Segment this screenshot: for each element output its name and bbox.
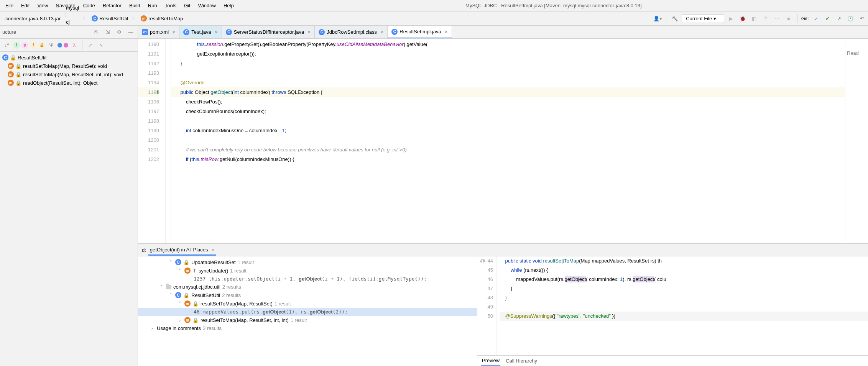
lock-icon: 🔒 (15, 72, 21, 77)
find-result-row[interactable]: ˅C🔒UpdatableResultSet 1 result (138, 258, 477, 266)
close-icon[interactable]: × (445, 29, 448, 35)
filter-interface-icon[interactable]: I (13, 42, 20, 49)
run-config-select[interactable]: Current File ▾ (682, 14, 724, 23)
run-icon[interactable]: ▶ (727, 14, 736, 23)
find-result-row[interactable]: ˅C🔒ResultSetUtil 2 results (138, 291, 477, 299)
structure-title: ucture (2, 29, 89, 35)
find-result-row[interactable]: ˅m⬆syncUpdate() 1 result (138, 266, 477, 275)
filter-field-icon[interactable]: f (30, 42, 37, 49)
find-result-row[interactable]: 1237 this.updater.setObject(i + 1, getOb… (138, 275, 477, 283)
find-result-row[interactable]: ˅com.mysql.cj.jdbc.util 2 results (138, 283, 477, 291)
structure-tool-window: ucture ⇱ ⇲ ⚙ — ↓ᴬ I p f 🔒 Ψ λ ⤢ ⤡ C 🔒 Re… (0, 26, 138, 366)
filter-blue-icon[interactable] (58, 43, 62, 48)
git-push-icon[interactable]: ↗ (834, 14, 843, 23)
filter-anon-icon[interactable]: λ (70, 41, 79, 50)
method-icon: m (184, 268, 191, 274)
close-icon[interactable]: × (172, 29, 175, 35)
override-icon: ⬆ (192, 268, 197, 274)
structure-member[interactable]: m🔒resultSetToMap(Map, ResultSet): void (0, 62, 138, 70)
method-icon: m (184, 317, 191, 323)
structure-member[interactable]: m🔒resultSetToMap(Map, ResultSet, int, in… (0, 70, 138, 79)
git-commit-icon[interactable]: ✔ (823, 14, 832, 23)
editor-gutter[interactable]: 119011911192119311941195 ⬆11961197119811… (138, 39, 166, 243)
structure-tree[interactable]: C 🔒 ResultSetUtil m🔒resultSetToMap(Map, … (0, 52, 138, 366)
lock-icon: 🔒 (183, 292, 189, 298)
filter-private-icon[interactable]: 🔒 (38, 42, 45, 49)
attach-icon[interactable]: ⋯ (773, 14, 782, 23)
close-icon[interactable]: × (215, 29, 218, 35)
editor-tab[interactable]: mpom.xml× (138, 26, 179, 38)
git-rollback-icon[interactable]: ↶ (857, 14, 866, 23)
git-history-icon[interactable]: 🕑 (846, 14, 855, 23)
preview-tab-preview[interactable]: Preview (481, 356, 500, 366)
git-label: Git: (801, 16, 809, 21)
find-result-row[interactable]: ›Usage in comments 3 results (138, 324, 477, 332)
lock-icon: 🔒 (183, 259, 189, 265)
method-icon: m (184, 300, 191, 307)
editor-tab[interactable]: CResultSetImpl.java× (388, 26, 452, 38)
method-icon: m (8, 63, 14, 69)
editor-tabs: mpom.xml×CTest.java×CServerStatusDiffInt… (138, 26, 868, 39)
lock-icon: 🔒 (15, 80, 21, 86)
editor-tab[interactable]: CJdbcRowSetImpl.class× (315, 26, 388, 38)
class-icon: C (183, 29, 189, 35)
autoscroll-from-icon[interactable]: ⤡ (96, 41, 105, 50)
sort-icon[interactable]: ↓ᴬ (2, 41, 12, 50)
find-result-row[interactable]: ›m🔒resultSetToMap(Map, ResultSet, int, i… (138, 316, 477, 324)
editor-tab[interactable]: CServerStatusDiffInterceptor.java× (222, 26, 315, 38)
filter-property-icon[interactable]: p (21, 42, 28, 49)
find-result-row[interactable]: ˅m🔒resultSetToMap(Map, ResultSet) 1 resu… (138, 299, 477, 308)
breadcrumb-class[interactable]: CResultSetUtil (89, 15, 130, 22)
find-preview-panel: @44454647484950 public static void resul… (477, 256, 868, 366)
find-label-prefix: d: (142, 247, 146, 253)
filter-lambda-icon[interactable] (64, 43, 68, 48)
structure-settings-icon[interactable]: ⚙ (115, 28, 124, 37)
lock-icon: 🔒 (192, 317, 199, 323)
editor-tab[interactable]: CTest.java× (179, 26, 222, 38)
git-update-icon[interactable]: ↙ (811, 14, 820, 23)
class-icon: C (175, 292, 181, 298)
build-icon[interactable]: 🔨 (670, 14, 679, 23)
autoscroll-to-icon[interactable]: ⤢ (85, 41, 95, 50)
lock-icon: 🔒 (192, 301, 199, 307)
breadcrumb-jar[interactable]: -connector-java-8.0.13.jar (2, 15, 63, 22)
method-icon: m (141, 15, 147, 21)
preview-tabs: Preview Call Hierarchy (477, 355, 868, 366)
filter-inherited-icon[interactable]: Ψ (47, 41, 56, 50)
coverage-icon[interactable]: ◧ (750, 14, 759, 23)
close-icon[interactable]: × (380, 29, 383, 35)
structure-collapse-icon[interactable]: ⇲ (103, 28, 112, 37)
find-tool-window: d: getObject(int) in All Places × ˅C🔒Upd… (138, 243, 868, 366)
user-icon[interactable]: 👤▾ (653, 14, 662, 23)
profile-icon[interactable]: ⏱ (761, 14, 770, 23)
method-icon: m (8, 80, 14, 86)
structure-expand-icon[interactable]: ⇱ (92, 28, 101, 37)
class-icon: C (175, 259, 181, 265)
class-icon: C (226, 29, 232, 35)
close-icon[interactable]: × (307, 29, 311, 35)
structure-class-row[interactable]: C 🔒 ResultSetUtil (0, 53, 138, 62)
preview-tab-call-hierarchy[interactable]: Call Hierarchy (505, 356, 538, 365)
debug-icon[interactable]: 🐞 (738, 14, 747, 23)
maven-icon: m (142, 29, 148, 35)
structure-hide-icon[interactable]: — (126, 28, 135, 37)
lock-icon: 🔒 (15, 63, 21, 69)
structure-member[interactable]: m🔒readObject(ResultSet, int): Object (0, 79, 138, 87)
find-results-tree[interactable]: ˅C🔒UpdatableResultSet 1 result˅m⬆syncUpd… (138, 256, 477, 366)
find-result-row[interactable]: 46 mappedValues.put(rs.getObject(1), rs.… (138, 308, 477, 316)
class-icon: C (319, 29, 325, 35)
navigation-toolbar: -connector-java-8.0.13.jar 〉com〉mysql〉cj… (0, 11, 868, 26)
class-icon: C (2, 54, 8, 61)
code-editor[interactable]: 119011911192119311941195 ⬆11961197119811… (138, 39, 868, 243)
find-tab[interactable]: getObject(int) in All Places × (148, 245, 216, 256)
preview-editor[interactable]: @44454647484950 public static void resul… (477, 256, 868, 355)
class-icon: C (92, 15, 98, 21)
breadcrumb-method[interactable]: mresultSetToMap (138, 15, 185, 22)
folder-icon (166, 285, 171, 289)
lock-icon: 🔒 (10, 55, 16, 61)
breadcrumb-pkg-mysql[interactable]: mysql (64, 4, 81, 11)
stop-icon[interactable]: ■ (784, 14, 793, 23)
breadcrumb-pkg-cj[interactable]: cj (64, 18, 81, 26)
method-icon: m (8, 71, 14, 77)
editor-right-gutter: Read (845, 39, 868, 243)
